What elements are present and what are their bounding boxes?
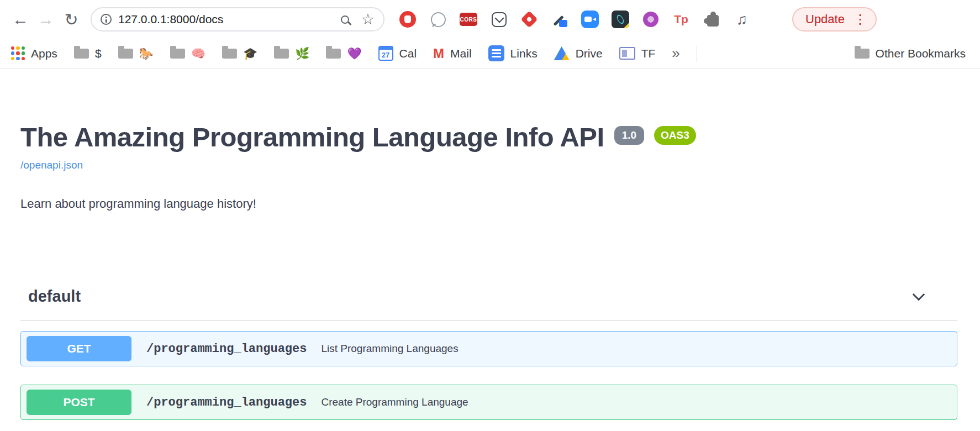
bookmark-label: TF — [641, 47, 656, 60]
operations-list: GET /programming_languages List Programm… — [20, 331, 957, 420]
bookmark-folder-herb[interactable]: 🌿 — [274, 48, 309, 59]
openapi-spec-link[interactable]: /openapi.json — [20, 159, 83, 171]
bookmark-star-icon[interactable]: ☆ — [361, 12, 375, 27]
atom-icon — [612, 10, 629, 28]
avatar-image — [763, 10, 781, 29]
tag-section-title: default — [28, 287, 81, 306]
calendar-icon: 27 — [378, 46, 393, 61]
playlist-extension-icon[interactable]: ♫ — [733, 10, 751, 28]
folder-icon — [326, 49, 341, 59]
bookmark-label: 💜 — [347, 48, 361, 59]
bookmark-folder-education[interactable]: 🎓 — [222, 48, 257, 59]
forward-icon: → — [33, 7, 59, 32]
bookmark-label: 🌿 — [295, 48, 309, 59]
drive-icon — [554, 46, 570, 60]
bookmark-label: Drive — [576, 47, 603, 60]
toggl-label: Tp — [674, 13, 688, 26]
eyedropper-icon — [551, 10, 568, 28]
bookmark-folder-horse[interactable]: 🐎 — [118, 48, 154, 59]
bookmark-calendar[interactable]: 27 Cal — [378, 46, 417, 61]
bookmark-drive[interactable]: Drive — [554, 46, 603, 60]
cors-badge: CORS — [460, 13, 477, 26]
reload-icon[interactable]: ↻ — [59, 7, 84, 32]
color-picker-extension-icon[interactable] — [551, 10, 568, 28]
bookmark-folder-money[interactable]: $ — [74, 48, 102, 59]
pocket-icon — [492, 12, 507, 27]
atom-extension-icon[interactable] — [612, 10, 629, 28]
bookmark-label: $ — [95, 48, 102, 59]
extensions-puzzle-icon[interactable] — [703, 10, 720, 28]
method-badge: POST — [27, 390, 131, 415]
video-camera-icon — [581, 10, 599, 28]
bookmark-label: 🎓 — [243, 48, 257, 59]
chevron-down-icon[interactable] — [913, 288, 925, 301]
bookmarks-divider — [697, 45, 697, 62]
links-icon — [488, 45, 504, 61]
stop-hand-extension-icon[interactable] — [399, 10, 417, 28]
bookmark-label: Apps — [31, 47, 57, 60]
folder-icon — [855, 49, 870, 59]
cors-extension-icon[interactable]: CORS — [460, 10, 477, 28]
endpoint-path: /programming_languages — [146, 342, 307, 356]
other-bookmarks[interactable]: Other Bookmarks — [855, 47, 966, 60]
puzzle-icon — [707, 15, 719, 27]
chat-bubble-extension-icon[interactable] — [429, 10, 447, 28]
gmail-icon: M — [433, 47, 444, 60]
bookmark-links[interactable]: Links — [488, 45, 538, 61]
endpoint-post-programming-languages[interactable]: POST /programming_languages Create Progr… — [20, 385, 957, 420]
page-title: The Amazing Programming Language Info AP… — [20, 122, 604, 153]
pocket-extension-icon[interactable] — [490, 10, 508, 28]
browser-toolbar: ← → ↻ 127.0.0.1:8000/docs ☆ CORS Tp ♫ — [0, 0, 980, 39]
bookmark-label: Mail — [450, 47, 472, 60]
bookmarks-overflow-chevron[interactable]: » — [672, 45, 679, 62]
endpoint-path: /programming_languages — [146, 396, 307, 409]
tag-section-header[interactable]: default — [20, 287, 957, 320]
stop-hand-icon — [399, 11, 416, 28]
toggl-extension-icon[interactable]: Tp — [672, 10, 690, 28]
address-bar[interactable]: 127.0.0.1:8000/docs ☆ — [91, 7, 384, 31]
pinwheel-icon — [520, 10, 538, 28]
folder-icon — [74, 49, 89, 59]
back-icon[interactable]: ← — [8, 7, 33, 32]
swagger-page: The Amazing Programming Language Info AP… — [0, 69, 980, 420]
folder-icon — [274, 49, 289, 59]
profile-avatar[interactable] — [763, 10, 781, 28]
api-title-row: The Amazing Programming Language Info AP… — [20, 122, 957, 153]
bookmark-apps[interactable]: Apps — [11, 46, 57, 60]
tf-icon — [619, 47, 635, 60]
flower-icon — [643, 12, 658, 27]
browser-window: ← → ↻ 127.0.0.1:8000/docs ☆ CORS Tp ♫ — [0, 0, 980, 420]
browser-menu-icon[interactable]: ⋮ — [850, 13, 870, 26]
bookmark-mail[interactable]: M Mail — [433, 47, 472, 60]
folder-icon — [222, 49, 237, 59]
music-note-icon: ♫ — [736, 12, 747, 27]
apps-grid-icon — [11, 46, 25, 60]
zoom-extension-icon[interactable] — [581, 10, 599, 28]
url-text[interactable]: 127.0.0.1:8000/docs — [118, 13, 223, 26]
endpoint-summary: Create Programming Language — [321, 396, 468, 408]
site-info-icon[interactable] — [101, 14, 112, 25]
endpoint-get-programming-languages[interactable]: GET /programming_languages List Programm… — [20, 331, 957, 366]
bookmark-label: 🧠 — [191, 48, 206, 59]
zoom-icon[interactable] — [341, 15, 349, 24]
bookmark-label: Links — [510, 47, 538, 60]
update-label: Update — [805, 12, 845, 27]
method-badge: GET — [27, 336, 131, 361]
chat-bubble-icon — [431, 12, 446, 27]
bookmark-folder-heart[interactable]: 💜 — [326, 48, 361, 59]
bookmark-label: Other Bookmarks — [876, 47, 966, 60]
version-badge: 1.0 — [614, 126, 644, 145]
bookmark-tf[interactable]: TF — [619, 47, 656, 60]
chrome-update-button[interactable]: Update ⋮ — [792, 7, 877, 31]
oas3-badge: OAS3 — [654, 126, 696, 145]
flower-extension-icon[interactable] — [642, 10, 660, 28]
extension-strip: CORS Tp ♫ — [399, 10, 781, 28]
bookmarks-bar: Apps $ 🐎 🧠 🎓 🌿 💜 27 Cal — [0, 39, 980, 69]
bookmark-label: Cal — [399, 47, 417, 60]
folder-icon — [170, 49, 185, 59]
bookmark-folder-brain[interactable]: 🧠 — [170, 48, 206, 59]
folder-icon — [118, 49, 133, 59]
api-description: Learn about programming language history… — [20, 197, 957, 211]
pinwheel-extension-icon[interactable] — [520, 10, 538, 28]
bookmark-label: 🐎 — [139, 48, 154, 59]
